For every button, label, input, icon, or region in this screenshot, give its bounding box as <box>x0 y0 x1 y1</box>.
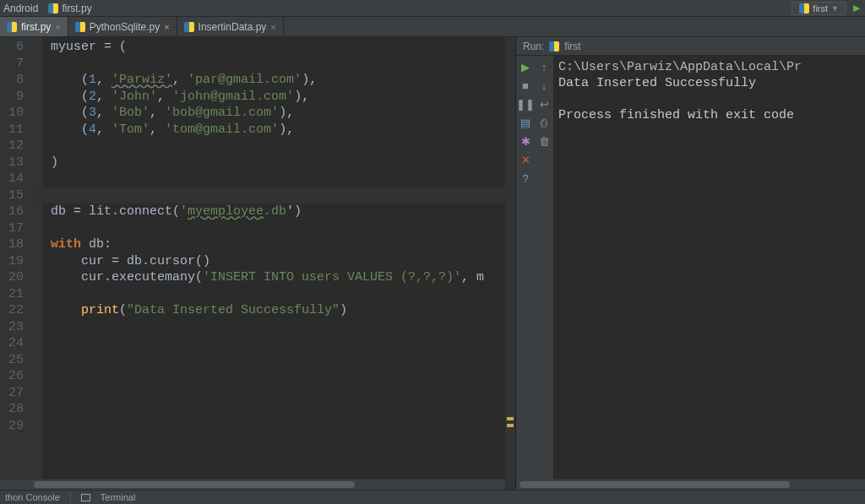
console-line: C:\Users\Parwiz\AppData\Local\Pr <box>558 60 802 74</box>
python-file-icon <box>549 41 559 51</box>
run-header: Run: first <box>516 37 865 56</box>
python-file-icon <box>184 22 194 32</box>
pause-icon[interactable]: ❚❚ <box>520 98 531 110</box>
dropdown-arrow-icon: ▼ <box>831 4 839 13</box>
console-line: Data Inserted Successfully <box>558 76 756 90</box>
tab-label: first.py <box>21 21 51 33</box>
tab-close-icon[interactable]: × <box>164 22 169 32</box>
main-split: 6789101112131415161718192021222324252627… <box>0 37 865 490</box>
python-file-icon <box>799 3 809 14</box>
terminal-icon <box>81 494 90 501</box>
scrollbar-thumb[interactable] <box>520 481 790 488</box>
python-file-icon <box>75 22 85 32</box>
up-arrow-icon[interactable]: ↑ <box>538 61 550 73</box>
console-horizontal-scrollbar[interactable] <box>516 480 865 490</box>
rerun-icon[interactable]: ▶ <box>520 61 531 73</box>
wrap-icon[interactable]: ↩ <box>538 98 550 110</box>
breadcrumb-project[interactable]: Android <box>3 3 38 14</box>
editor-horizontal-scrollbar[interactable] <box>0 480 505 490</box>
run-toolbar-right: ↑ ↓ ↩ ⎙ 🗑 <box>535 56 553 480</box>
tab-close-icon[interactable]: × <box>55 22 60 32</box>
layout-icon[interactable]: ▤ <box>520 117 531 128</box>
warning-marker[interactable] <box>507 424 514 427</box>
code-content[interactable]: myuser = ( (1, 'Parwiz', 'par@gmail.com'… <box>42 37 505 480</box>
editor-pane: 6789101112131415161718192021222324252627… <box>0 37 505 490</box>
python-file-icon <box>48 3 58 14</box>
code-editor[interactable]: 6789101112131415161718192021222324252627… <box>0 37 505 480</box>
console-line: Process finished with exit code <box>558 108 802 122</box>
tab-label: InsertinData.py <box>199 21 267 33</box>
python-console-tab[interactable]: thon Console <box>5 492 60 502</box>
caret-line-highlight <box>34 187 505 204</box>
stop-icon[interactable]: ■ <box>520 79 531 91</box>
help-icon[interactable]: ? <box>520 172 531 184</box>
editor-marker-strip <box>505 37 515 490</box>
line-number-gutter: 6789101112131415161718192021222324252627… <box>0 37 30 480</box>
close-icon[interactable]: ✕ <box>520 154 531 165</box>
run-config-dropdown[interactable]: first ▼ <box>792 2 846 15</box>
tab-close-icon[interactable]: × <box>270 22 275 32</box>
run-button[interactable]: ▶ <box>853 3 860 14</box>
scrollbar-thumb[interactable] <box>34 481 355 488</box>
trash-icon[interactable]: 🗑 <box>538 135 550 147</box>
tab-label: PythonSqlite.py <box>90 21 160 33</box>
run-label: Run: <box>523 41 544 52</box>
breadcrumb-project-label: Android <box>3 3 38 14</box>
python-file-icon <box>7 22 17 32</box>
down-arrow-icon[interactable]: ↓ <box>538 79 550 91</box>
bottom-tool-bar: thon Console Terminal <box>0 490 865 504</box>
console-output[interactable]: C:\Users\Parwiz\AppData\Local\Pr Data In… <box>553 56 865 480</box>
breadcrumb-file[interactable]: first.py <box>48 3 91 14</box>
print-icon[interactable]: ⎙ <box>538 117 550 128</box>
tab-first-py[interactable]: first.py × <box>0 17 68 36</box>
run-toolbar-left: ▶ ■ ❚❚ ▤ ✱ ✕ ? <box>516 56 535 480</box>
run-target: first <box>564 41 580 52</box>
dump-icon[interactable]: ✱ <box>520 135 531 147</box>
tab-pythonsqlite-py[interactable]: PythonSqlite.py × <box>68 17 177 36</box>
nav-bar: Android first.py first ▼ ▶ <box>0 0 865 17</box>
tab-insertindata-py[interactable]: InsertinData.py × <box>177 17 284 36</box>
warning-marker[interactable] <box>507 417 514 420</box>
breadcrumb-file-label: first.py <box>62 3 91 14</box>
editor-tab-bar: first.py × PythonSqlite.py × InsertinDat… <box>0 17 865 37</box>
terminal-tab[interactable]: Terminal <box>101 492 136 502</box>
run-tool-window: Run: first ▶ ■ ❚❚ ▤ ✱ ✕ ? ↑ ↓ ↩ ⎙ 🗑 C:\U… <box>515 37 865 490</box>
separator <box>70 492 71 502</box>
fold-column <box>30 37 42 480</box>
run-config-label: first <box>813 3 828 14</box>
